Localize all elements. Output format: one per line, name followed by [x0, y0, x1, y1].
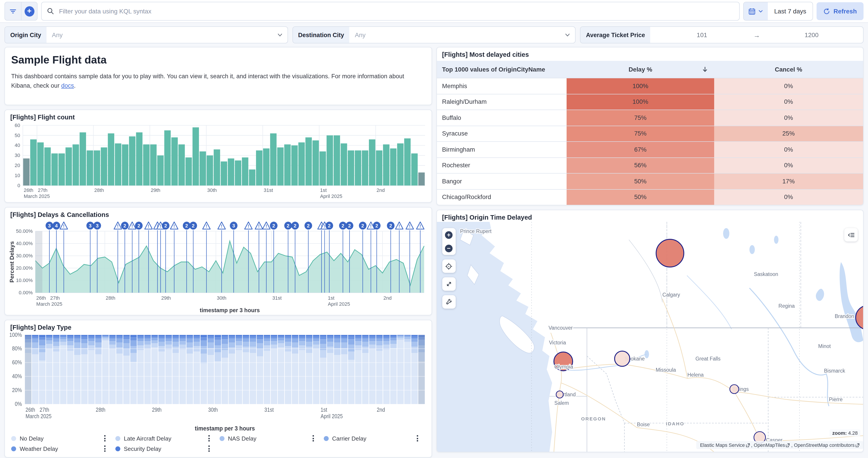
stacked-bar-segment[interactable] [383, 335, 390, 336]
stacked-bar-segment[interactable] [306, 335, 312, 336]
stacked-bar-segment[interactable] [186, 343, 193, 347]
stacked-bar-segment[interactable] [257, 335, 263, 336]
bar[interactable] [143, 145, 150, 186]
stacked-bar-segment[interactable] [376, 336, 382, 338]
stacked-bar-segment[interactable] [32, 336, 38, 338]
column-header-origin-city[interactable]: Top 1000 values of OriginCityName [437, 61, 567, 78]
stacked-bar-segment[interactable] [130, 346, 137, 353]
bar[interactable] [263, 149, 270, 186]
stacked-bar-segment[interactable] [278, 343, 284, 347]
city-cell[interactable]: Memphis [437, 78, 567, 94]
stacked-bar-segment[interactable] [39, 340, 45, 345]
stacked-bar-segment[interactable] [264, 345, 270, 351]
stacked-bar-segment[interactable] [165, 336, 172, 338]
column-header-delay[interactable]: Delay % [567, 61, 714, 78]
origin-city-select[interactable]: Origin City Any [4, 26, 288, 43]
stacked-bar-segment[interactable] [306, 338, 312, 342]
stacked-bar-segment[interactable] [215, 335, 221, 337]
stacked-bar-segment[interactable] [306, 342, 312, 347]
stacked-bar-segment[interactable] [348, 336, 354, 339]
stacked-bar-segment[interactable] [348, 339, 354, 345]
cancel-cell[interactable]: 25% [714, 126, 863, 141]
stacked-bar-segment[interactable] [250, 347, 256, 353]
stacked-bar-segment[interactable] [109, 338, 116, 341]
stacked-bar-segment[interactable] [228, 338, 235, 343]
stacked-bar-segment[interactable] [250, 335, 256, 336]
legend-actions-button[interactable] [103, 445, 106, 453]
stacked-bar-segment[interactable] [193, 336, 200, 338]
stacked-bar-segment[interactable] [278, 336, 284, 338]
stacked-bar-segment[interactable] [173, 353, 179, 404]
cancel-cell[interactable]: 0% [714, 110, 863, 125]
bar[interactable] [348, 151, 354, 186]
stacked-bar-segment[interactable] [74, 343, 81, 348]
stacked-bar-segment[interactable] [285, 336, 291, 338]
stacked-bar-segment[interactable] [397, 335, 404, 336]
stacked-bar-segment[interactable] [102, 337, 108, 338]
filter-button[interactable] [5, 2, 21, 20]
stacked-bar-segment[interactable] [369, 338, 376, 341]
bar[interactable] [87, 151, 93, 186]
bar[interactable] [277, 147, 284, 185]
stacked-bar-segment[interactable] [341, 335, 347, 336]
stacked-bar-segment[interactable] [376, 351, 382, 404]
stacked-bar-segment[interactable] [376, 335, 382, 336]
stacked-bar-segment[interactable] [81, 336, 88, 339]
bar[interactable] [383, 145, 390, 186]
stacked-bar-segment[interactable] [250, 342, 256, 347]
bar[interactable] [242, 157, 248, 186]
stacked-bar-segment[interactable] [173, 338, 179, 342]
panel-title[interactable]: [Flights] Most delayed cities [437, 48, 863, 59]
stacked-bar-segment[interactable] [193, 352, 200, 404]
stacked-bar-segment[interactable] [67, 335, 73, 336]
stacked-bar-segment[interactable] [144, 345, 151, 349]
city-cell[interactable]: Rochester [437, 158, 567, 173]
bar[interactable] [249, 170, 255, 186]
stacked-bar-segment[interactable] [116, 336, 123, 338]
stacked-bar-segment[interactable] [88, 341, 95, 345]
stacked-bar-segment[interactable] [236, 335, 242, 336]
date-picker-button[interactable] [744, 2, 768, 20]
stacked-bar-segment[interactable] [200, 340, 207, 346]
stacked-bar-segment[interactable] [278, 335, 284, 336]
stacked-bar-segment[interactable] [130, 340, 137, 346]
stacked-bar-segment[interactable] [390, 338, 397, 340]
stacked-bar-segment[interactable] [193, 338, 200, 342]
stacked-bar-segment[interactable] [355, 338, 362, 341]
stacked-bar-segment[interactable] [137, 350, 144, 404]
stacked-bar-segment[interactable] [151, 347, 158, 404]
stacked-bar-segment[interactable] [320, 344, 327, 350]
ticket-price-max-input[interactable]: 1200 [760, 31, 863, 38]
delay-cell[interactable]: 56% [567, 158, 714, 173]
stacked-bar-segment[interactable] [137, 336, 144, 338]
stacked-bar-segment[interactable] [215, 352, 221, 361]
stacked-bar-segment[interactable] [299, 336, 305, 338]
stacked-bar-segment[interactable] [222, 358, 228, 404]
bar[interactable] [256, 151, 262, 186]
stacked-bar-segment[interactable] [355, 336, 362, 338]
stacked-bar-segment[interactable] [313, 336, 319, 338]
stacked-bar-segment[interactable] [292, 354, 298, 404]
legend-item[interactable]: NAS Delay [220, 434, 321, 442]
stacked-bar-segment[interactable] [144, 335, 151, 336]
stacked-bar-segment[interactable] [200, 346, 207, 354]
stacked-bar-segment[interactable] [404, 335, 411, 336]
delay-cell[interactable]: 50% [567, 189, 714, 205]
stacked-bar-segment[interactable] [123, 339, 130, 343]
stacked-bar-segment[interactable] [320, 336, 327, 339]
bar[interactable] [171, 137, 178, 185]
stacked-bar-segment[interactable] [327, 347, 333, 353]
stacked-bar-segment[interactable] [200, 354, 207, 363]
column-header-cancel[interactable]: Cancel % [714, 61, 863, 78]
stacked-bar-segment[interactable] [348, 335, 354, 336]
stacked-bar-segment[interactable] [306, 336, 312, 338]
stacked-bar-segment[interactable] [299, 350, 305, 404]
stacked-bar-segment[interactable] [39, 361, 45, 404]
map-canvas[interactable]: SpokaneBillingsPortlandCasperPrince Rupe… [437, 222, 863, 452]
legend-actions-button[interactable] [311, 434, 315, 442]
legend-actions-button[interactable] [208, 434, 211, 442]
stacked-bar-segment[interactable] [264, 335, 270, 336]
stacked-bar-segment[interactable] [383, 341, 390, 344]
cancel-cell[interactable]: 0% [714, 189, 863, 205]
stacked-bar-segment[interactable] [299, 341, 305, 345]
